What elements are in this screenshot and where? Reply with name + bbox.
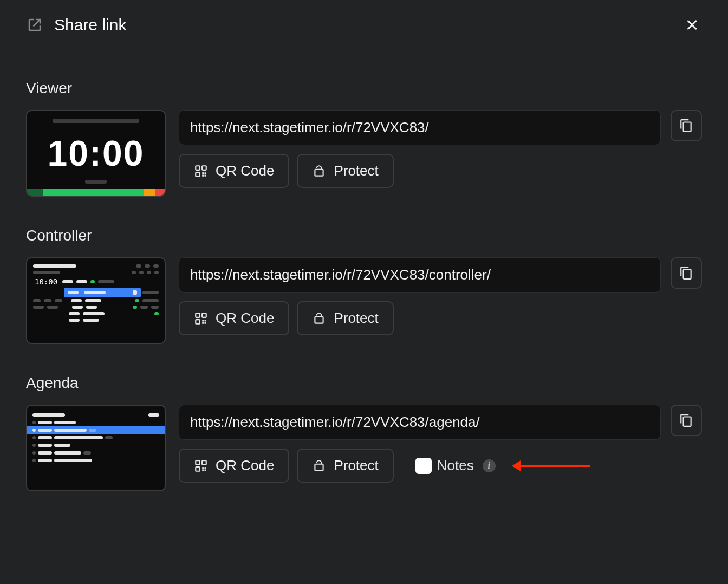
agenda-copy-button[interactable] xyxy=(671,405,702,436)
svg-rect-1 xyxy=(202,166,206,170)
svg-rect-14 xyxy=(196,460,200,465)
controller-protect-button[interactable]: Protect xyxy=(297,301,393,335)
qr-icon xyxy=(194,164,208,178)
share-link-modal: Share link Viewer 10:00 xyxy=(0,0,728,524)
modal-title: Share link xyxy=(54,16,126,34)
controller-thumbnail[interactable]: 10:00 xyxy=(26,257,166,344)
controller-section: Controller 10:00 xyxy=(26,227,702,344)
agenda-fields: QR Code Protect Notes i xyxy=(179,405,702,483)
svg-rect-10 xyxy=(202,320,204,321)
agenda-protect-button[interactable]: Protect xyxy=(297,449,393,483)
svg-rect-8 xyxy=(202,313,206,317)
qr-icon xyxy=(194,459,208,473)
unlock-icon xyxy=(312,312,326,326)
svg-rect-2 xyxy=(196,172,200,177)
svg-rect-12 xyxy=(205,320,206,321)
modal-header: Share link xyxy=(26,15,702,49)
controller-qr-button[interactable]: QR Code xyxy=(179,301,289,335)
share-icon xyxy=(26,17,43,33)
unlock-icon xyxy=(312,459,326,473)
svg-rect-20 xyxy=(202,469,204,471)
viewer-copy-button[interactable] xyxy=(671,110,702,141)
copy-icon xyxy=(679,119,693,133)
copy-icon xyxy=(679,266,693,280)
svg-rect-3 xyxy=(202,172,204,174)
agenda-qr-label: QR Code xyxy=(216,457,274,474)
viewer-thumbnail[interactable]: 10:00 xyxy=(26,110,166,197)
controller-qr-label: QR Code xyxy=(216,310,274,327)
svg-rect-4 xyxy=(205,174,206,176)
agenda-notes-toggle[interactable]: Notes i xyxy=(415,457,496,474)
copy-icon xyxy=(679,413,693,427)
viewer-protect-label: Protect xyxy=(334,163,378,179)
agenda-protect-label: Protect xyxy=(334,457,378,474)
header-left: Share link xyxy=(26,16,126,34)
agenda-notes-label: Notes xyxy=(437,457,474,474)
viewer-qr-button[interactable]: QR Code xyxy=(179,154,289,188)
svg-rect-9 xyxy=(196,320,200,324)
agenda-url-input[interactable] xyxy=(179,405,661,440)
qr-icon xyxy=(194,312,208,326)
agenda-section: Agenda xyxy=(26,374,702,491)
viewer-url-input[interactable] xyxy=(179,110,661,145)
annotation-arrow xyxy=(519,465,590,467)
info-icon[interactable]: i xyxy=(483,459,496,472)
controller-thumb-time: 10:00 xyxy=(35,277,57,286)
agenda-thumbnail[interactable] xyxy=(26,405,166,491)
controller-heading: Controller xyxy=(26,227,702,244)
agenda-row: QR Code Protect Notes i xyxy=(26,405,702,491)
viewer-thumb-time: 10:00 xyxy=(27,133,165,174)
controller-copy-button[interactable] xyxy=(671,257,702,289)
viewer-qr-label: QR Code xyxy=(216,163,274,179)
viewer-section: Viewer 10:00 xyxy=(26,80,702,197)
agenda-heading: Agenda xyxy=(26,374,702,392)
controller-fields: QR Code Protect xyxy=(179,257,702,335)
checkbox-icon xyxy=(415,458,432,474)
svg-rect-0 xyxy=(196,166,200,170)
viewer-heading: Viewer xyxy=(26,80,702,97)
unlock-icon xyxy=(312,164,326,178)
svg-rect-6 xyxy=(202,174,204,176)
controller-url-input[interactable] xyxy=(179,257,661,293)
close-button[interactable] xyxy=(682,15,702,35)
controller-protect-label: Protect xyxy=(334,310,378,327)
viewer-row: 10:00 xyxy=(26,110,702,197)
svg-rect-5 xyxy=(205,172,206,174)
svg-rect-17 xyxy=(202,467,204,469)
svg-rect-18 xyxy=(205,469,206,471)
svg-rect-13 xyxy=(202,322,204,323)
controller-row: 10:00 xyxy=(26,257,702,344)
svg-rect-19 xyxy=(205,467,206,469)
svg-rect-15 xyxy=(202,460,206,465)
svg-rect-16 xyxy=(196,467,200,471)
svg-rect-11 xyxy=(205,322,206,323)
agenda-qr-button[interactable]: QR Code xyxy=(179,449,289,483)
viewer-protect-button[interactable]: Protect xyxy=(297,154,393,188)
viewer-fields: QR Code Protect xyxy=(179,110,702,188)
svg-rect-7 xyxy=(196,313,200,317)
